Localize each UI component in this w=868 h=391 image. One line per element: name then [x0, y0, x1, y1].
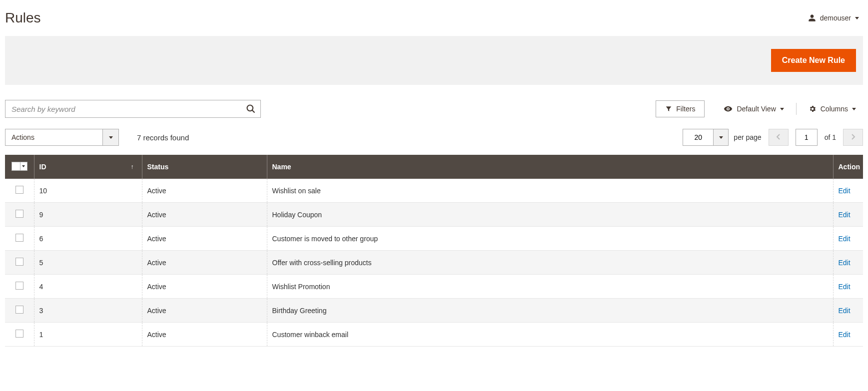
select-all-checkbox[interactable] [11, 162, 27, 171]
page-title: Rules [5, 10, 41, 26]
cell-name: Customer winback email [267, 323, 833, 347]
search-icon[interactable] [246, 104, 256, 114]
row-name: Customer winback email [272, 331, 349, 339]
row-checkbox[interactable] [15, 234, 23, 242]
records-found: 7 records found [137, 133, 189, 142]
cell-name: Wishlist Promotion [267, 275, 833, 299]
th-status[interactable]: Status [142, 155, 267, 179]
cell-id: 10 [34, 179, 142, 203]
edit-link[interactable]: Edit [839, 235, 851, 243]
row-checkbox[interactable] [15, 186, 23, 194]
row-status: Active [147, 283, 166, 291]
cell-checkbox[interactable] [5, 299, 34, 323]
default-view-button[interactable]: Default View [717, 100, 791, 117]
edit-link[interactable]: Edit [839, 283, 851, 291]
row-name: Offer with cross-selling products [272, 259, 372, 267]
cell-checkbox[interactable] [5, 179, 34, 203]
cell-status: Active [142, 251, 267, 275]
row-status: Active [147, 307, 166, 315]
table-row[interactable]: 5ActiveOffer with cross-selling products… [5, 251, 863, 275]
per-page-value[interactable] [683, 129, 713, 145]
cell-status: Active [142, 275, 267, 299]
cell-action: Edit [833, 179, 863, 203]
cell-action: Edit [833, 299, 863, 323]
cell-status: Active [142, 179, 267, 203]
sort-asc-icon: ↑ [131, 163, 134, 170]
cell-id: 4 [34, 275, 142, 299]
row-name: Wishlist Promotion [272, 283, 330, 291]
row-id: 9 [39, 211, 43, 219]
create-new-rule-button[interactable]: Create New Rule [771, 49, 856, 72]
cell-status: Active [142, 203, 267, 227]
th-name-label: Name [272, 163, 291, 171]
cell-checkbox[interactable] [5, 227, 34, 251]
edit-link[interactable]: Edit [839, 307, 851, 315]
cell-id: 1 [34, 323, 142, 347]
th-id[interactable]: ID ↑ [34, 155, 142, 179]
cell-id: 5 [34, 251, 142, 275]
per-page-select[interactable] [683, 129, 729, 146]
cell-action: Edit [833, 323, 863, 347]
edit-link[interactable]: Edit [839, 331, 851, 339]
edit-link[interactable]: Edit [839, 211, 851, 219]
actions-dropdown-toggle[interactable] [102, 129, 118, 145]
svg-point-0 [247, 105, 253, 111]
row-checkbox[interactable] [15, 330, 23, 338]
pager-prev-button[interactable] [769, 129, 789, 146]
filters-label: Filters [676, 105, 695, 113]
th-checkbox[interactable] [5, 155, 34, 179]
rules-table: ID ↑ Status Name Action 10ActiveWishlist… [5, 155, 863, 347]
table-row[interactable]: 3ActiveBirthday GreetingEdit [5, 299, 863, 323]
select-all-toggle[interactable] [20, 162, 27, 170]
row-status: Active [147, 211, 166, 219]
user-icon [808, 14, 816, 22]
pager-page-input[interactable] [796, 129, 818, 146]
gear-icon [809, 105, 817, 113]
row-checkbox[interactable] [15, 306, 23, 314]
eye-icon [724, 104, 733, 113]
caret-down-icon [22, 165, 25, 167]
pager-of-label: of 1 [825, 133, 836, 141]
table-row[interactable]: 10ActiveWishlist on saleEdit [5, 179, 863, 203]
checkbox-icon [12, 162, 20, 170]
edit-link[interactable]: Edit [839, 187, 851, 195]
row-status: Active [147, 331, 166, 339]
actions-dropdown-label: Actions [5, 129, 102, 145]
table-row[interactable]: 6ActiveCustomer is moved to other groupE… [5, 227, 863, 251]
cell-checkbox[interactable] [5, 275, 34, 299]
chevron-right-icon [851, 133, 856, 142]
cell-checkbox[interactable] [5, 323, 34, 347]
user-menu[interactable]: demouser [808, 14, 863, 22]
actions-dropdown[interactable]: Actions [5, 129, 119, 146]
columns-label: Columns [821, 105, 848, 113]
caret-down-icon [780, 108, 784, 110]
cell-checkbox[interactable] [5, 203, 34, 227]
th-action-label: Action [839, 163, 861, 171]
columns-button[interactable]: Columns [802, 101, 863, 117]
caret-down-icon [719, 136, 723, 139]
pager-next-button[interactable] [843, 129, 863, 146]
per-page-label: per page [734, 133, 761, 141]
filters-button[interactable]: Filters [656, 100, 705, 117]
row-id: 3 [39, 307, 43, 315]
table-row[interactable]: 4ActiveWishlist PromotionEdit [5, 275, 863, 299]
cell-checkbox[interactable] [5, 251, 34, 275]
edit-link[interactable]: Edit [839, 259, 851, 267]
search-input[interactable] [5, 100, 261, 118]
row-id: 6 [39, 235, 43, 243]
row-id: 1 [39, 331, 43, 339]
caret-down-icon [109, 136, 113, 139]
row-name: Wishlist on sale [272, 187, 321, 195]
table-row[interactable]: 9ActiveHoliday CouponEdit [5, 203, 863, 227]
row-checkbox[interactable] [15, 282, 23, 290]
row-checkbox[interactable] [15, 210, 23, 218]
table-row[interactable]: 1ActiveCustomer winback emailEdit [5, 323, 863, 347]
row-name: Birthday Greeting [272, 307, 327, 315]
user-name: demouser [820, 14, 851, 22]
divider [796, 103, 797, 115]
cell-action: Edit [833, 275, 863, 299]
th-name[interactable]: Name [267, 155, 833, 179]
cell-id: 6 [34, 227, 142, 251]
row-checkbox[interactable] [15, 258, 23, 266]
per-page-toggle[interactable] [713, 129, 728, 145]
